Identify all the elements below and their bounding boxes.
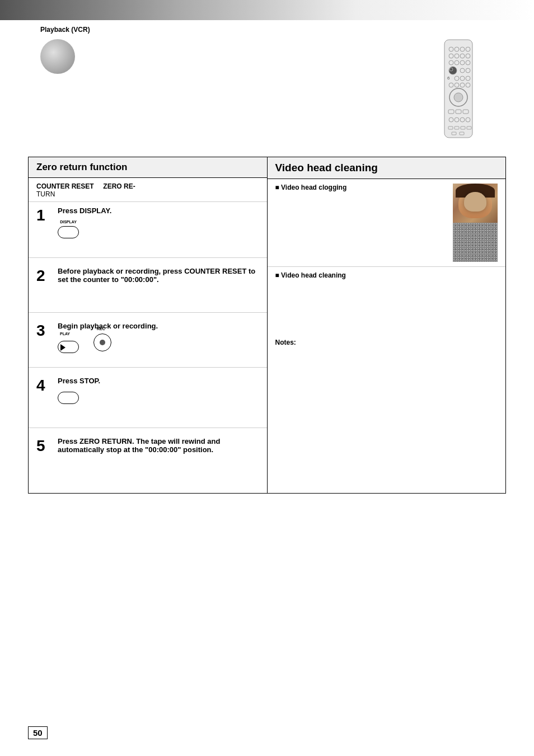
step-4-content: Press STOP. bbox=[58, 377, 259, 406]
stop-button[interactable] bbox=[58, 392, 79, 404]
video-head-cleaning-subsection: ■ Video head cleaning bbox=[268, 267, 506, 334]
page-number: 50 bbox=[28, 726, 48, 739]
play-label: PLAY bbox=[60, 332, 70, 336]
step-3: 3 Begin playback or recording. PLAY REC bbox=[29, 317, 267, 368]
stop-btn-wrap bbox=[58, 389, 259, 406]
rec-dot-icon bbox=[100, 340, 105, 345]
play-button[interactable] bbox=[58, 341, 79, 353]
display-button[interactable]: DISPLAY bbox=[58, 226, 79, 238]
rec-btn-wrap: REC bbox=[93, 334, 111, 353]
step-1-number: 1 bbox=[36, 208, 52, 223]
step-2-content: Before playback or recording, press COUN… bbox=[58, 267, 259, 287]
step-5: 5 Press ZERO RETURN. The tape will rewin… bbox=[29, 433, 267, 489]
step-1-content: Press DISPLAY. DISPLAY bbox=[58, 206, 259, 240]
svg-text:6: 6 bbox=[447, 76, 450, 81]
step-2-title: Before playback or recording, press COUN… bbox=[58, 267, 259, 284]
content-columns: Zero return function COUNTER RESET ZERO … bbox=[28, 157, 506, 494]
zero-return-title: Zero return function bbox=[36, 162, 127, 172]
counter-reset-label: COUNTER RESET bbox=[36, 182, 94, 190]
top-bar bbox=[0, 0, 534, 20]
play-btn-wrap: PLAY bbox=[58, 339, 88, 353]
turn-label: TURN bbox=[36, 190, 55, 198]
display-btn-wrap: DISPLAY bbox=[58, 224, 259, 240]
notes-section: Notes: bbox=[268, 334, 506, 353]
notes-label: Notes: bbox=[275, 339, 498, 346]
playback-label: Playback (VCR) bbox=[40, 26, 90, 34]
zero-return-label: ZERO RE- bbox=[103, 182, 135, 190]
step-3-number: 3 bbox=[36, 323, 52, 339]
remote-illustration: 6 bbox=[436, 37, 481, 143]
step-3-buttons: PLAY REC bbox=[58, 334, 259, 353]
step-3-title: Begin playback or recording. bbox=[58, 322, 259, 330]
step-4-number: 4 bbox=[36, 378, 52, 393]
step-4-title: Press STOP. bbox=[58, 377, 259, 385]
step-3-content: Begin playback or recording. PLAY REC bbox=[58, 322, 259, 353]
right-section-header: Video head cleaning bbox=[268, 157, 506, 179]
left-column: Zero return function COUNTER RESET ZERO … bbox=[29, 157, 268, 493]
step-2: 2 Before playback or recording, press CO… bbox=[29, 262, 267, 313]
left-section-header: Zero return function bbox=[29, 157, 267, 178]
step-1: 1 Press DISPLAY. DISPLAY bbox=[29, 202, 267, 258]
rec-label: REC bbox=[97, 327, 105, 331]
decorative-circle bbox=[40, 39, 75, 74]
intro-text: COUNTER RESET ZERO RE- TURN bbox=[29, 178, 267, 202]
step-4: 4 Press STOP. bbox=[29, 372, 267, 428]
play-arrow-icon bbox=[60, 344, 65, 351]
video-head-clogging-section: ■ Video head clogging bbox=[268, 179, 506, 267]
step-5-content: Press ZERO RETURN. The tape will rewind … bbox=[58, 437, 259, 457]
step-5-title: Press ZERO RETURN. The tape will rewind … bbox=[58, 437, 259, 454]
clogging-content: ■ Video head clogging bbox=[275, 184, 498, 262]
step-5-number: 5 bbox=[36, 438, 52, 454]
cleaning-label: ■ Video head cleaning bbox=[275, 271, 498, 279]
svg-point-26 bbox=[454, 93, 463, 102]
noisy-photo bbox=[453, 223, 498, 262]
step-2-number: 2 bbox=[36, 268, 52, 284]
main-content: Zero return function COUNTER RESET ZERO … bbox=[28, 157, 506, 711]
display-btn-label: DISPLAY bbox=[60, 220, 77, 224]
rec-button[interactable] bbox=[93, 334, 111, 351]
right-column: Video head cleaning ■ Video head cloggin… bbox=[268, 157, 506, 493]
normal-photo bbox=[453, 184, 498, 223]
video-head-cleaning-title: Video head cleaning bbox=[275, 162, 378, 173]
step-1-title: Press DISPLAY. bbox=[58, 206, 259, 215]
